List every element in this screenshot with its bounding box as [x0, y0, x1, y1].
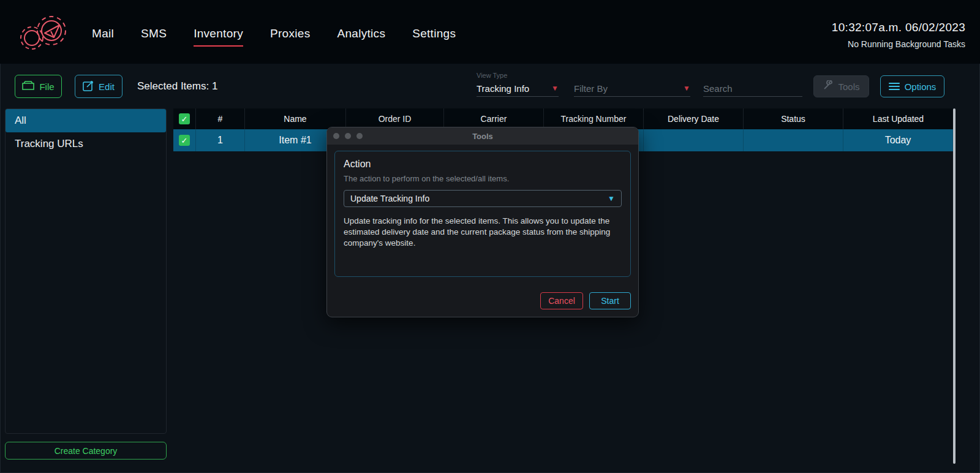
view-type-value: Tracking Info: [477, 83, 529, 94]
status-area: 10:32:07a.m. 06/02/2023 No Running Backg…: [832, 21, 965, 49]
row-num: 1: [196, 129, 245, 151]
nav-mail[interactable]: Mail: [92, 27, 114, 47]
view-type-label: View Type: [477, 72, 507, 79]
modal-title: Tools: [472, 132, 493, 141]
window-controls: [333, 133, 363, 139]
start-button[interactable]: Start: [589, 292, 631, 309]
action-panel: Action The action to perform on the sele…: [334, 151, 631, 277]
column-header-name: Name: [245, 108, 346, 129]
select-all-checkbox[interactable]: ✓: [179, 113, 190, 124]
edit-icon: [83, 80, 94, 93]
action-description: Update tracking info for the selected it…: [344, 216, 622, 249]
chevron-down-icon: ▼: [683, 85, 690, 92]
table-header-row: ✓ # Name Order ID Carrier Tracking Numbe…: [173, 108, 953, 129]
filter-by-placeholder: Filter By: [574, 83, 608, 94]
file-button[interactable]: File: [15, 75, 62, 98]
main-nav: Mail SMS Inventory Proxies Analytics Set…: [92, 27, 456, 47]
sidebar-item-all[interactable]: All: [6, 109, 166, 132]
tools-button-label: Tools: [838, 81, 859, 92]
view-type-dropdown[interactable]: Tracking Info ▼: [477, 80, 559, 97]
column-header-carrier: Carrier: [444, 108, 544, 129]
tools-button[interactable]: Tools: [813, 75, 869, 97]
options-button-label: Options: [905, 81, 937, 92]
action-select-value: Update Tracking Info: [350, 194, 429, 203]
category-sidebar: All Tracking URLs: [5, 108, 167, 434]
selected-items-count: Selected Items: 1: [137, 80, 217, 93]
column-header-delivery-date: Delivery Date: [644, 108, 744, 129]
file-button-label: File: [39, 81, 54, 92]
app-window: Mail SMS Inventory Proxies Analytics Set…: [0, 0, 980, 473]
column-header-last-updated: Last Updated: [843, 108, 953, 129]
menu-icon: [889, 81, 900, 92]
modal-actions: Cancel Start: [540, 292, 631, 309]
filter-by-dropdown[interactable]: Filter By ▼: [574, 80, 690, 97]
action-heading: Action: [344, 159, 622, 170]
nav-inventory[interactable]: Inventory: [194, 27, 243, 47]
row-last-updated: Today: [843, 129, 953, 151]
tools-modal: Tools Action The action to perform on th…: [326, 127, 639, 317]
column-header-tracking-number: Tracking Number: [544, 108, 644, 129]
table-scrollbar[interactable]: [953, 108, 956, 464]
clock: 10:32:07a.m. 06/02/2023: [832, 21, 965, 34]
modal-title-bar[interactable]: Tools: [327, 127, 638, 145]
window-minimize-icon[interactable]: [345, 133, 351, 139]
top-bar: Mail SMS Inventory Proxies Analytics Set…: [0, 0, 980, 64]
row-status: [744, 129, 843, 151]
column-header-order-id: Order ID: [346, 108, 444, 129]
edit-button-label: Edit: [99, 81, 115, 92]
window-maximize-icon[interactable]: [356, 133, 363, 139]
column-header-status: Status: [744, 108, 843, 129]
wrench-icon: [823, 80, 833, 93]
sidebar-item-tracking-urls[interactable]: Tracking URLs: [6, 132, 166, 156]
cancel-button[interactable]: Cancel: [540, 292, 583, 309]
chevron-down-icon: ▼: [551, 85, 559, 92]
row-checkbox[interactable]: ✓: [179, 135, 190, 146]
options-button[interactable]: Options: [880, 75, 944, 97]
search-placeholder: Search: [703, 83, 733, 94]
folder-icon: [22, 81, 34, 93]
column-header-num: #: [196, 108, 245, 129]
nav-analytics[interactable]: Analytics: [337, 27, 385, 47]
app-logo-icon: [13, 12, 75, 58]
edit-button[interactable]: Edit: [75, 75, 123, 98]
create-category-button[interactable]: Create Category: [5, 442, 167, 460]
row-delivery-date: [644, 129, 744, 151]
action-select[interactable]: Update Tracking Info ▼: [344, 190, 622, 207]
window-close-icon[interactable]: [333, 133, 339, 139]
nav-settings[interactable]: Settings: [412, 27, 456, 47]
nav-sms[interactable]: SMS: [141, 27, 167, 47]
action-subtitle: The action to perform on the selected/al…: [344, 174, 622, 183]
chevron-down-icon: ▼: [608, 195, 615, 202]
search-input[interactable]: Search: [703, 80, 802, 97]
background-tasks-status: No Running Background Tasks: [832, 39, 965, 49]
nav-proxies[interactable]: Proxies: [270, 27, 310, 47]
